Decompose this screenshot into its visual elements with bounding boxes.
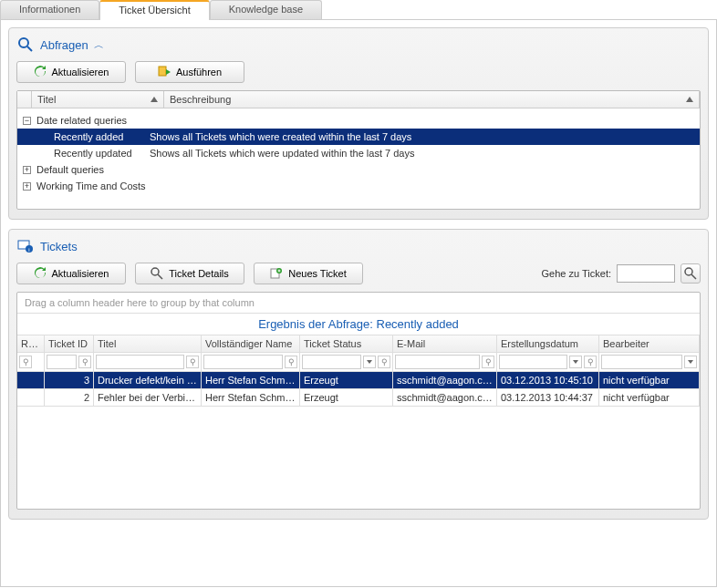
tree-expand-header (17, 91, 32, 108)
ticket-details-label: Ticket Details (169, 268, 229, 279)
col-name[interactable]: Vollständiger Name (202, 335, 300, 353)
refresh-tickets-label: Aktualisieren (52, 268, 109, 279)
col-read[interactable]: Read (17, 335, 45, 353)
col-status[interactable]: Ticket Status (300, 335, 393, 353)
magnifier-icon (16, 36, 35, 54)
new-ticket-icon (270, 267, 283, 280)
filter-bearbeiter-input[interactable] (601, 355, 682, 369)
filter-name-input[interactable] (203, 355, 283, 369)
query-item-title: Recently updated (23, 148, 150, 159)
filter-status-input[interactable] (302, 355, 361, 369)
svg-point-13 (685, 268, 692, 275)
query-group-label: Date related queries (36, 115, 127, 126)
filter-title-input[interactable] (96, 355, 184, 369)
query-group[interactable]: −Date related queries (17, 112, 700, 129)
svg-line-8 (158, 274, 162, 279)
tab-ticket-uebersicht[interactable]: Ticket Übersicht (99, 0, 209, 20)
queries-col-desc[interactable]: Beschreibung (164, 91, 700, 108)
cell-name: Herr Stefan Schmidt (202, 389, 300, 407)
col-email[interactable]: E-Mail (393, 335, 497, 353)
filter-email-input[interactable] (395, 355, 480, 369)
new-ticket-button[interactable]: Neues Ticket (254, 263, 363, 284)
filter-date-input[interactable] (499, 355, 567, 369)
cell-name: Herr Stefan Schmidt (202, 372, 300, 389)
refresh-queries-button[interactable]: Aktualisieren (16, 61, 126, 83)
filter-icon[interactable]: ⚲ (186, 356, 199, 368)
refresh-queries-label: Aktualisieren (52, 67, 109, 77)
query-group-label: Working Time and Costs (36, 181, 146, 191)
query-item[interactable]: Recently addedShows all Tickets which we… (17, 129, 700, 145)
cell-id: 3 (45, 372, 94, 389)
filter-icon[interactable]: ⚲ (378, 356, 390, 368)
run-query-button[interactable]: Ausführen (135, 61, 244, 83)
goto-ticket-button[interactable] (681, 263, 701, 284)
tab-knowledge-base[interactable]: Knowledge base (210, 0, 322, 19)
col-date[interactable]: Erstellungsdatum (497, 335, 599, 353)
svg-marker-3 (166, 69, 171, 75)
collapse-icon[interactable]: − (23, 117, 31, 125)
goto-ticket-input[interactable] (617, 264, 675, 283)
tickets-panel: i Tickets Aktualisieren Ticket Details (8, 229, 709, 520)
cell-email: sschmidt@aagon.com (393, 372, 497, 389)
new-ticket-label: Neues Ticket (288, 268, 347, 279)
expand-icon[interactable]: + (23, 166, 31, 174)
filter-icon[interactable]: ⚲ (19, 356, 32, 368)
query-group[interactable]: +Working Time and Costs (17, 178, 700, 194)
tab-informationen[interactable]: Informationen (0, 0, 99, 19)
cell-bearbeiter: nicht verfügbar (599, 372, 700, 389)
col-ticket-id[interactable]: Ticket ID (45, 335, 94, 353)
filter-icon[interactable]: ⚲ (78, 356, 91, 368)
cell-email: sschmidt@aagon.com (393, 389, 497, 407)
tabs: Informationen Ticket Übersicht Knowledge… (0, 0, 717, 20)
group-by-bar[interactable]: Drag a column header here to group by th… (17, 293, 700, 314)
ticket-details-button[interactable]: Ticket Details (135, 263, 244, 284)
expand-icon[interactable]: + (23, 182, 31, 191)
cell-date: 03.12.2013 10:44:37 (497, 389, 599, 407)
cell-title: Drucker defekt/kein To (94, 372, 202, 389)
cell-bearbeiter: nicht verfügbar (599, 389, 700, 407)
cell-date: 03.12.2013 10:45:10 (497, 372, 599, 389)
queries-title: Abfragen (40, 38, 88, 52)
refresh-icon (34, 267, 47, 280)
tickets-title: Tickets (40, 240, 78, 253)
cell-status: Erzeugt (300, 389, 393, 407)
filter-icon[interactable]: ⚲ (584, 356, 597, 368)
col-bearbeiter[interactable]: Bearbeiter (599, 335, 700, 353)
tickets-grid: Drag a column header here to group by th… (16, 292, 701, 510)
queries-grid: Titel Beschreibung −Date related queries… (16, 90, 701, 210)
query-item[interactable]: Recently updatedShows all Tickets which … (17, 145, 700, 161)
svg-line-1 (27, 46, 32, 51)
refresh-tickets-button[interactable]: Aktualisieren (16, 263, 126, 284)
filter-icon[interactable]: ⚲ (482, 356, 494, 368)
svg-point-0 (19, 38, 28, 47)
collapse-icon[interactable]: ︿ (94, 38, 104, 52)
chevron-down-icon[interactable] (684, 356, 697, 368)
query-group-label: Default queries (36, 164, 104, 175)
sort-asc-icon (686, 97, 693, 102)
cell-status: Erzeugt (300, 372, 393, 389)
queries-col-title[interactable]: Titel (32, 91, 164, 108)
svg-point-7 (151, 268, 159, 275)
cell-title: Fehler bei der Verbindu (94, 389, 202, 407)
tickets-icon: i (16, 237, 35, 255)
magnifier-icon (151, 267, 163, 280)
chevron-down-icon[interactable] (569, 356, 582, 368)
filter-icon[interactable]: ⚲ (285, 356, 297, 368)
refresh-icon (34, 66, 47, 78)
run-icon (158, 66, 171, 78)
cell-id: 2 (45, 389, 94, 407)
svg-rect-2 (159, 67, 166, 76)
query-item-desc: Shows all Tickets which were created wit… (150, 131, 700, 142)
ticket-row[interactable]: 2Fehler bei der VerbinduHerr Stefan Schm… (17, 389, 700, 407)
col-titel[interactable]: Titel (94, 335, 202, 353)
cell-read (17, 372, 45, 389)
queries-panel: Abfragen ︿ Aktualisieren Ausführen (8, 27, 709, 220)
chevron-down-icon[interactable] (363, 356, 376, 368)
run-query-label: Ausführen (176, 67, 222, 77)
filter-id-input[interactable] (47, 355, 77, 369)
ticket-row[interactable]: 3Drucker defekt/kein ToHerr Stefan Schmi… (17, 372, 700, 389)
result-header: Ergebnis der Abfrage: Recently added (17, 314, 700, 335)
svg-text:i: i (28, 247, 29, 253)
query-item-title: Recently added (23, 131, 150, 142)
query-group[interactable]: +Default queries (17, 161, 700, 178)
